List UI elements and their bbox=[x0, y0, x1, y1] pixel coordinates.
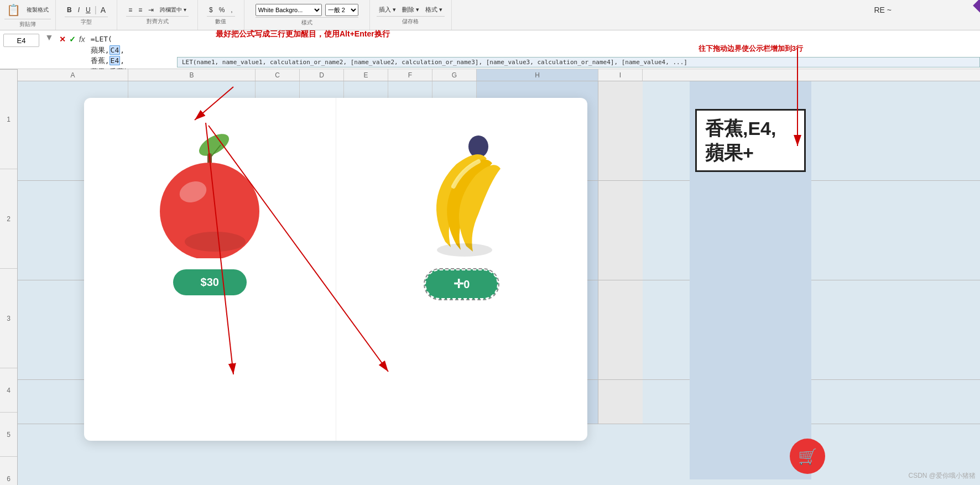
product-cards: $30 bbox=[84, 98, 587, 441]
sheet-area: 1 2 3 4 5 6 A B C D E F G H I bbox=[0, 69, 980, 485]
cell-i1 bbox=[598, 81, 643, 180]
font-label: 字型 bbox=[65, 17, 108, 26]
paste-button[interactable]: 📋 bbox=[4, 2, 23, 18]
copy-format-button[interactable]: 複製格式 bbox=[24, 5, 51, 15]
style-dropdown2[interactable]: 一般 2 bbox=[325, 4, 358, 16]
cells-label: 儲存格 bbox=[377, 16, 445, 25]
align-left-button[interactable]: ≡ bbox=[126, 5, 134, 15]
number-group: $ % , 數值 bbox=[198, 0, 244, 30]
cell-i3 bbox=[598, 280, 643, 379]
formula-line2: 蘋果,C4, bbox=[91, 45, 128, 56]
column-headers: A B C D E F G H I bbox=[18, 69, 980, 81]
row-num-1: 1 bbox=[0, 70, 17, 169]
svg-point-0 bbox=[196, 131, 233, 160]
clipboard-group: 📋 複製格式 剪貼簿 bbox=[0, 0, 56, 30]
cells-group: 插入 ▾ 刪除 ▾ 格式 ▾ 儲存格 bbox=[370, 0, 452, 30]
align-label: 對齊方式 bbox=[126, 16, 189, 25]
col-header-h: H bbox=[477, 69, 598, 81]
cell-i4 bbox=[598, 380, 643, 424]
plus-icon: ✛ bbox=[453, 277, 463, 291]
align-center-button[interactable]: ≡ bbox=[136, 5, 144, 15]
col-header-d: D bbox=[300, 69, 344, 81]
spreadsheet-body: A B C D E F G H I bbox=[18, 69, 980, 485]
banana-image bbox=[401, 131, 523, 258]
formula-hint: LET(name1, name_value1, calculation_or_n… bbox=[177, 57, 980, 67]
row-num-4: 4 bbox=[0, 368, 17, 413]
col-header-i: I bbox=[598, 69, 643, 81]
merge-button[interactable]: 跨欄置中 ▾ bbox=[158, 5, 189, 15]
insert-button[interactable]: 插入 ▾ bbox=[377, 4, 398, 15]
font-color-button[interactable]: A bbox=[98, 4, 108, 15]
row-num-3: 3 bbox=[0, 269, 17, 368]
comma-button[interactable]: , bbox=[228, 5, 234, 15]
formula-bar: ▼ ✕ ✓ fx =LET( 蘋果,C4, 香蕉,E4, 蘋果+香蕉) LET(… bbox=[0, 30, 980, 69]
col-header-b: B bbox=[128, 69, 256, 81]
annotation-tip1: 最好把公式写成三行更加醒目，使用Alt+Enter换行 bbox=[216, 29, 390, 39]
accent-diamond bbox=[973, 0, 980, 13]
number-label: 數值 bbox=[207, 16, 235, 25]
banana-price-button[interactable]: ✛0 bbox=[425, 269, 498, 299]
clipboard-label: 剪貼簿 bbox=[4, 19, 51, 28]
row-headers: 1 2 3 4 5 6 bbox=[0, 69, 18, 485]
csdn-watermark: CSDN @爱你哦小猪猪 bbox=[908, 471, 976, 481]
formula-line1: =LET( bbox=[91, 34, 128, 45]
cart-button[interactable]: 🛒 bbox=[790, 439, 825, 474]
bold-button[interactable]: B bbox=[65, 5, 74, 15]
apple-image bbox=[149, 131, 270, 258]
re-text: RE ~ bbox=[874, 6, 892, 14]
row-num-2: 2 bbox=[0, 169, 17, 269]
font-divider: | bbox=[95, 5, 97, 15]
font-group: B I U | A 字型 bbox=[56, 0, 117, 30]
percent-button[interactable]: % bbox=[217, 5, 227, 15]
cells-body: $30 bbox=[18, 81, 980, 485]
col-header-e: E bbox=[344, 69, 388, 81]
col-header-g: G bbox=[432, 69, 477, 81]
apple-price-button[interactable]: $30 bbox=[173, 269, 247, 295]
cancel-icon[interactable]: ✕ bbox=[59, 35, 66, 44]
row-num-5: 5 bbox=[0, 413, 17, 457]
col-header-a: A bbox=[18, 69, 128, 81]
formula-icons: ✕ ✓ fx bbox=[59, 35, 85, 44]
formula-line3: 香蕉,E4, bbox=[91, 55, 128, 66]
style-group: White Backgro... 一般 2 樣式 bbox=[244, 0, 370, 30]
svg-point-6 bbox=[468, 135, 488, 158]
confirm-icon[interactable]: ✓ bbox=[69, 35, 76, 44]
wrap-button[interactable]: ⇥ bbox=[146, 5, 156, 15]
format-button[interactable]: 格式 ▾ bbox=[423, 4, 445, 15]
col-header-f: F bbox=[388, 69, 432, 81]
ribbon: 📋 複製格式 剪貼簿 B I U | A 字型 ≡ ≡ ⇥ 跨欄置中 ▾ 對齊方… bbox=[0, 0, 980, 30]
align-group: ≡ ≡ ⇥ 跨欄置中 ▾ 對齊方式 bbox=[117, 0, 198, 30]
expand-icon[interactable]: ▼ bbox=[45, 33, 54, 43]
currency-button[interactable]: $ bbox=[207, 5, 215, 15]
fx-icon[interactable]: fx bbox=[79, 35, 85, 44]
style-label: 樣式 bbox=[256, 17, 358, 27]
svg-point-7 bbox=[437, 243, 492, 257]
italic-button[interactable]: I bbox=[76, 5, 82, 15]
banana-card: ✛0 bbox=[336, 98, 588, 441]
underline-button[interactable]: U bbox=[84, 5, 93, 15]
delete-button[interactable]: 刪除 ▾ bbox=[400, 4, 421, 15]
cell-i2 bbox=[598, 181, 643, 280]
formula-preview-text: 香蕉,E4,蘋果+ bbox=[705, 118, 776, 163]
formula-preview-box: 香蕉,E4,蘋果+ bbox=[695, 109, 806, 172]
style-dropdown[interactable]: White Backgro... bbox=[256, 4, 322, 16]
svg-point-5 bbox=[185, 232, 246, 252]
row-num-6: 6 bbox=[0, 457, 17, 485]
re-indicator: RE ~ bbox=[874, 0, 892, 20]
cell-reference-input[interactable] bbox=[3, 34, 39, 47]
col-header-c: C bbox=[256, 69, 300, 81]
apple-card: $30 bbox=[84, 98, 336, 441]
